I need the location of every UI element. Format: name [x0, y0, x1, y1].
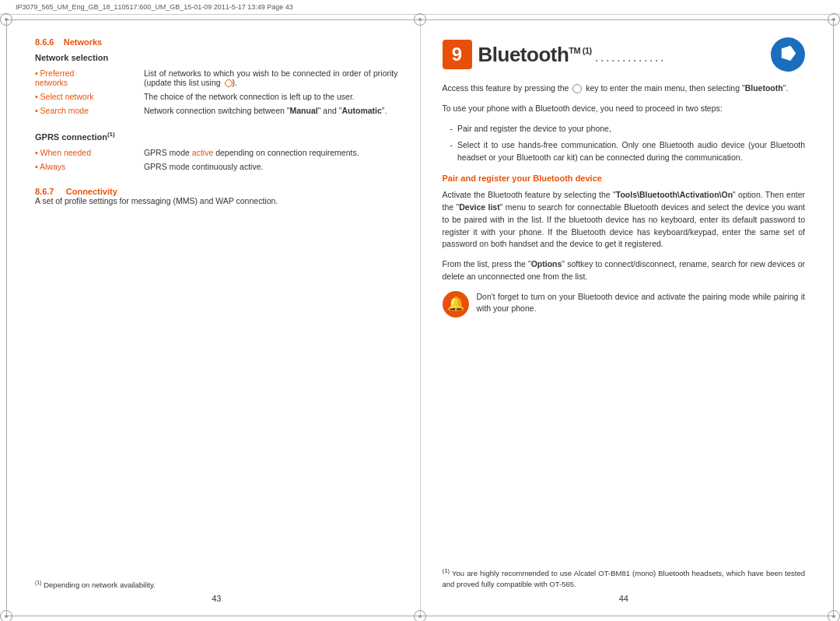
menu-circle-icon: [572, 84, 582, 93]
when-needed-label: When needed: [35, 146, 144, 160]
section-866-title: Networks: [57, 37, 103, 47]
page-wrapper: IP3079_565_UM_Eng_GB_18_110517:600_UM_GB…: [0, 0, 840, 621]
connectivity-text: A set of profile settings for messaging …: [35, 196, 398, 205]
chapter-title-area: BluetoothTM (1) .............: [478, 43, 765, 67]
preferred-networks-label: Preferrednetworks: [35, 67, 144, 90]
options-para: From the list, press the "Options" softk…: [443, 258, 806, 283]
left-page: 8.6.6 Networks Network selection Preferr…: [7, 20, 420, 616]
table-row: Always GPRS mode continuously active.: [35, 160, 398, 174]
always-label: Always: [35, 160, 144, 174]
section-867-number: 8.6.7: [35, 187, 54, 196]
select-network-label: Select network: [35, 90, 144, 104]
section-866: 8.6.6 Networks: [35, 37, 398, 47]
header-text: IP3079_565_UM_Eng_GB_18_110517:600_UM_GB…: [16, 3, 293, 11]
chapter-dots: .............: [595, 49, 765, 65]
intro-para-2: To use your phone with a Bluetooth devic…: [443, 103, 806, 115]
left-page-number: 43: [35, 589, 398, 608]
dash-item-1-text: Pair and register the device to your pho…: [457, 123, 611, 135]
list-item: - Pair and register the device to your p…: [450, 123, 806, 135]
info-text: Don't forget to turn on your Bluetooth d…: [477, 291, 806, 316]
pair-heading: Pair and register your Bluetooth device: [443, 172, 806, 185]
gprs-heading: GPRS connection(1): [35, 131, 398, 142]
dash-1: -: [450, 123, 453, 135]
info-icon: 🔔: [443, 291, 469, 318]
bluetooth-icon: ⭓: [771, 37, 805, 72]
table-row: When needed GPRS mode active depending o…: [35, 146, 398, 160]
dash-list: - Pair and register the device to your p…: [450, 123, 806, 164]
gprs-table: When needed GPRS mode active depending o…: [35, 146, 398, 174]
left-footnote: (1) Depending on network availability.: [35, 572, 398, 589]
chapter-title: BluetoothTM (1): [478, 43, 592, 67]
preferred-networks-value: List of networks to which you wish to be…: [144, 67, 398, 90]
section-867-title: Connectivity: [57, 187, 117, 196]
right-footnote: (1) You are highly recommended to use Al…: [443, 567, 806, 589]
gprs-section: GPRS connection(1) When needed GPRS mode…: [35, 131, 398, 181]
table-row: Preferrednetworks List of networks to wh…: [35, 67, 398, 90]
pair-para: Activate the Bluetooth feature by select…: [443, 189, 806, 251]
info-box: 🔔 Don't forget to turn on your Bluetooth…: [443, 291, 806, 318]
left-spacer: [35, 216, 398, 572]
right-body: Access this feature by pressing the key …: [443, 82, 806, 327]
section-866-number: 8.6.6: [35, 37, 54, 47]
dash-item-2-text: Select it to use hands-free communicatio…: [457, 139, 805, 164]
circle-icon: [225, 79, 233, 87]
bluetooth-symbol: ⭓: [781, 44, 796, 65]
network-selection: Network selection Preferrednetworks List…: [35, 53, 398, 125]
bell-icon: 🔔: [447, 293, 464, 314]
table-row: Select network The choice of the network…: [35, 90, 398, 104]
right-spacer: [443, 327, 806, 567]
right-page-number: 44: [443, 589, 806, 608]
dash-2: -: [450, 139, 453, 164]
when-needed-value: GPRS mode active depending on connection…: [144, 146, 398, 160]
chapter-number: 9: [443, 40, 472, 69]
list-item: - Select it to use hands-free communicat…: [450, 139, 806, 164]
table-row: Search mode Network connection switching…: [35, 104, 398, 118]
section-867-heading: 8.6.7 Connectivity: [35, 187, 398, 196]
chapter-heading: 9 BluetoothTM (1) ............. ⭓: [443, 37, 806, 72]
search-mode-value: Network connection switching between "Ma…: [144, 104, 398, 118]
select-network-value: The choice of the network connection is …: [144, 90, 398, 104]
intro-para-1: Access this feature by pressing the key …: [443, 82, 806, 95]
always-value: GPRS mode continuously active.: [144, 160, 398, 174]
network-table: Preferrednetworks List of networks to wh…: [35, 67, 398, 118]
section-867: 8.6.7 Connectivity A set of profile sett…: [35, 187, 398, 210]
network-selection-heading: Network selection: [35, 53, 398, 62]
section-866-heading: 8.6.6 Networks: [35, 37, 398, 47]
search-mode-label: Search mode: [35, 104, 144, 118]
right-page: 9 BluetoothTM (1) ............. ⭓ Acce: [421, 20, 834, 616]
